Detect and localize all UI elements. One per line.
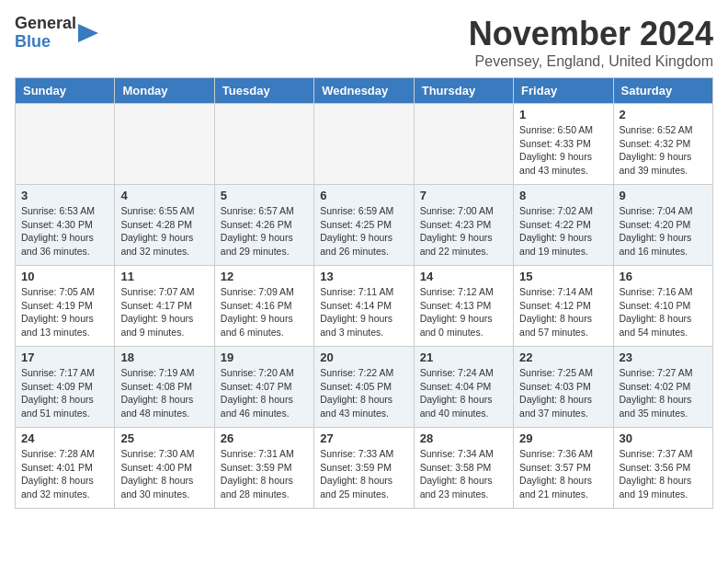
table-row: 6Sunrise: 6:59 AM Sunset: 4:25 PM Daylig… — [314, 185, 414, 266]
day-info: Sunrise: 7:30 AM Sunset: 4:00 PM Dayligh… — [120, 447, 208, 501]
table-row: 27Sunrise: 7:33 AM Sunset: 3:59 PM Dayli… — [314, 428, 414, 509]
table-row: 25Sunrise: 7:30 AM Sunset: 4:00 PM Dayli… — [115, 428, 214, 509]
day-number: 2 — [620, 108, 707, 121]
table-row: 20Sunrise: 7:22 AM Sunset: 4:05 PM Dayli… — [314, 347, 414, 428]
day-info: Sunrise: 6:59 AM Sunset: 4:25 PM Dayligh… — [320, 204, 407, 259]
day-info: Sunrise: 7:05 AM Sunset: 4:19 PM Dayligh… — [21, 285, 108, 339]
day-info: Sunrise: 7:27 AM Sunset: 4:02 PM Dayligh… — [620, 366, 707, 420]
day-number: 17 — [21, 350, 108, 364]
day-number: 5 — [221, 189, 308, 202]
calendar-header-row: Sunday Monday Tuesday Wednesday Thursday… — [16, 78, 713, 104]
day-number: 14 — [420, 270, 507, 283]
day-number: 7 — [420, 189, 507, 202]
day-number: 22 — [519, 350, 607, 364]
day-info: Sunrise: 7:19 AM Sunset: 4:08 PM Dayligh… — [120, 366, 208, 420]
calendar-week-row: 1Sunrise: 6:50 AM Sunset: 4:33 PM Daylig… — [16, 104, 713, 185]
day-number: 23 — [620, 350, 707, 364]
table-row: 3Sunrise: 6:53 AM Sunset: 4:30 PM Daylig… — [16, 185, 115, 266]
table-row: 14Sunrise: 7:12 AM Sunset: 4:13 PM Dayli… — [414, 266, 513, 347]
day-info: Sunrise: 7:17 AM Sunset: 4:09 PM Dayligh… — [21, 366, 108, 420]
day-number: 4 — [120, 189, 208, 202]
month-title: November 2024 — [469, 15, 713, 53]
table-row — [414, 104, 513, 185]
day-number: 3 — [21, 189, 108, 202]
day-info: Sunrise: 6:55 AM Sunset: 4:28 PM Dayligh… — [120, 204, 208, 259]
day-number: 1 — [519, 108, 607, 121]
day-info: Sunrise: 7:02 AM Sunset: 4:22 PM Dayligh… — [519, 204, 607, 259]
title-area: November 2024 Pevensey, England, United … — [469, 15, 713, 70]
day-info: Sunrise: 7:20 AM Sunset: 4:07 PM Dayligh… — [221, 366, 308, 420]
header-sunday: Sunday — [16, 78, 115, 104]
header: General Blue November 2024 Pevensey, Eng… — [15, 15, 713, 70]
calendar-week-row: 17Sunrise: 7:17 AM Sunset: 4:09 PM Dayli… — [16, 347, 713, 428]
day-info: Sunrise: 7:00 AM Sunset: 4:23 PM Dayligh… — [420, 204, 507, 259]
day-info: Sunrise: 7:22 AM Sunset: 4:05 PM Dayligh… — [320, 366, 407, 420]
day-number: 21 — [420, 350, 507, 364]
header-wednesday: Wednesday — [314, 78, 414, 104]
table-row: 30Sunrise: 7:37 AM Sunset: 3:56 PM Dayli… — [613, 428, 712, 509]
day-info: Sunrise: 7:28 AM Sunset: 4:01 PM Dayligh… — [21, 447, 108, 501]
table-row: 16Sunrise: 7:16 AM Sunset: 4:10 PM Dayli… — [613, 266, 712, 347]
table-row: 8Sunrise: 7:02 AM Sunset: 4:22 PM Daylig… — [514, 185, 613, 266]
table-row: 26Sunrise: 7:31 AM Sunset: 3:59 PM Dayli… — [214, 428, 313, 509]
day-info: Sunrise: 7:14 AM Sunset: 4:12 PM Dayligh… — [519, 285, 607, 339]
day-info: Sunrise: 6:52 AM Sunset: 4:32 PM Dayligh… — [620, 123, 707, 178]
day-number: 15 — [519, 270, 607, 283]
day-info: Sunrise: 7:37 AM Sunset: 3:56 PM Dayligh… — [620, 447, 707, 501]
day-number: 24 — [21, 431, 108, 445]
day-info: Sunrise: 7:25 AM Sunset: 4:03 PM Dayligh… — [519, 366, 607, 420]
table-row: 1Sunrise: 6:50 AM Sunset: 4:33 PM Daylig… — [514, 104, 613, 185]
day-number: 18 — [120, 350, 208, 364]
table-row: 9Sunrise: 7:04 AM Sunset: 4:20 PM Daylig… — [613, 185, 712, 266]
calendar-week-row: 3Sunrise: 6:53 AM Sunset: 4:30 PM Daylig… — [16, 185, 713, 266]
day-number: 29 — [519, 431, 607, 445]
day-info: Sunrise: 7:07 AM Sunset: 4:17 PM Dayligh… — [120, 285, 208, 339]
day-number: 10 — [21, 270, 108, 283]
header-tuesday: Tuesday — [214, 78, 313, 104]
table-row — [115, 104, 214, 185]
day-number: 12 — [221, 270, 308, 283]
day-info: Sunrise: 7:12 AM Sunset: 4:13 PM Dayligh… — [420, 285, 507, 339]
table-row: 17Sunrise: 7:17 AM Sunset: 4:09 PM Dayli… — [16, 347, 115, 428]
table-row — [314, 104, 414, 185]
day-number: 9 — [620, 189, 707, 202]
table-row: 15Sunrise: 7:14 AM Sunset: 4:12 PM Dayli… — [514, 266, 613, 347]
day-number: 11 — [120, 270, 208, 283]
calendar-table: Sunday Monday Tuesday Wednesday Thursday… — [15, 77, 713, 509]
table-row: 28Sunrise: 7:34 AM Sunset: 3:58 PM Dayli… — [414, 428, 513, 509]
day-number: 27 — [320, 431, 407, 445]
day-info: Sunrise: 6:53 AM Sunset: 4:30 PM Dayligh… — [21, 204, 108, 259]
day-number: 8 — [519, 189, 607, 202]
day-info: Sunrise: 7:31 AM Sunset: 3:59 PM Dayligh… — [221, 447, 308, 501]
day-number: 16 — [620, 270, 707, 283]
day-number: 30 — [620, 431, 707, 445]
logo: General Blue — [15, 15, 98, 52]
calendar-week-row: 10Sunrise: 7:05 AM Sunset: 4:19 PM Dayli… — [16, 266, 713, 347]
table-row: 23Sunrise: 7:27 AM Sunset: 4:02 PM Dayli… — [613, 347, 712, 428]
table-row: 4Sunrise: 6:55 AM Sunset: 4:28 PM Daylig… — [115, 185, 214, 266]
day-info: Sunrise: 6:50 AM Sunset: 4:33 PM Dayligh… — [519, 123, 607, 178]
calendar-week-row: 24Sunrise: 7:28 AM Sunset: 4:01 PM Dayli… — [16, 428, 713, 509]
table-row — [214, 104, 313, 185]
table-row: 5Sunrise: 6:57 AM Sunset: 4:26 PM Daylig… — [214, 185, 313, 266]
table-row: 22Sunrise: 7:25 AM Sunset: 4:03 PM Dayli… — [514, 347, 613, 428]
header-thursday: Thursday — [414, 78, 513, 104]
table-row: 10Sunrise: 7:05 AM Sunset: 4:19 PM Dayli… — [16, 266, 115, 347]
table-row: 21Sunrise: 7:24 AM Sunset: 4:04 PM Dayli… — [414, 347, 513, 428]
day-number: 13 — [320, 270, 407, 283]
day-info: Sunrise: 7:33 AM Sunset: 3:59 PM Dayligh… — [320, 447, 407, 501]
table-row: 18Sunrise: 7:19 AM Sunset: 4:08 PM Dayli… — [115, 347, 214, 428]
day-number: 28 — [420, 431, 507, 445]
day-info: Sunrise: 7:24 AM Sunset: 4:04 PM Dayligh… — [420, 366, 507, 420]
table-row — [16, 104, 115, 185]
table-row: 2Sunrise: 6:52 AM Sunset: 4:32 PM Daylig… — [613, 104, 712, 185]
day-number: 25 — [120, 431, 208, 445]
logo-triangle-icon — [78, 20, 98, 46]
table-row: 24Sunrise: 7:28 AM Sunset: 4:01 PM Dayli… — [16, 428, 115, 509]
day-info: Sunrise: 6:57 AM Sunset: 4:26 PM Dayligh… — [221, 204, 308, 259]
day-info: Sunrise: 7:16 AM Sunset: 4:10 PM Dayligh… — [620, 285, 707, 339]
svg-marker-0 — [78, 24, 98, 42]
header-saturday: Saturday — [613, 78, 712, 104]
day-number: 20 — [320, 350, 407, 364]
header-friday: Friday — [514, 78, 613, 104]
